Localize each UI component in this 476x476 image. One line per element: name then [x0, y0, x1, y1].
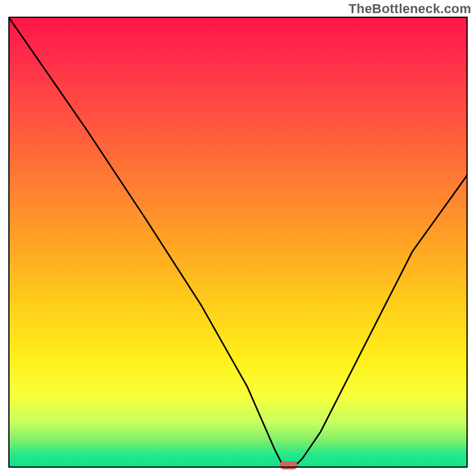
- curve-layer: [8, 17, 468, 468]
- plot-area: [8, 17, 468, 468]
- bottleneck-chart: TheBottleneck.com: [0, 0, 476, 476]
- watermark-text: TheBottleneck.com: [349, 1, 471, 17]
- optimal-marker: [280, 461, 298, 469]
- bottleneck-curve-path: [8, 17, 468, 468]
